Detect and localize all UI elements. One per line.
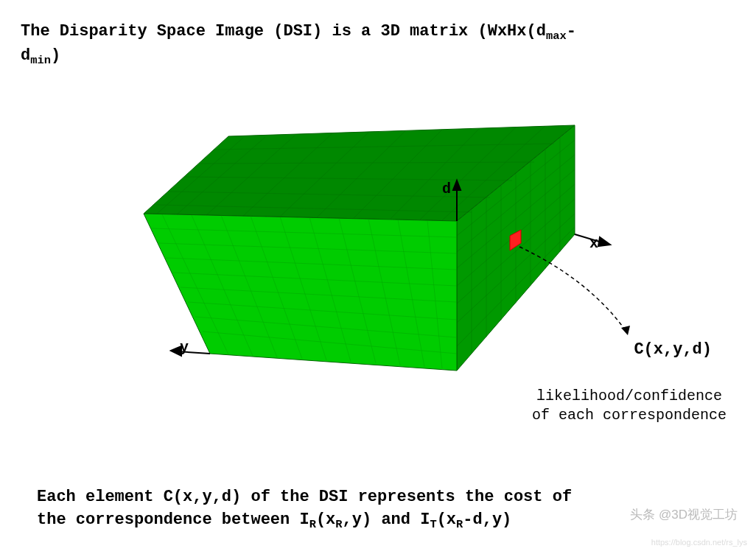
axis-label-y: y xyxy=(180,339,189,356)
watermark-bottom: https://blog.csdn.net/rs_lys xyxy=(651,538,747,547)
callout-arrowhead xyxy=(621,326,630,335)
watermark-top: 头条 @3D视觉工坊 xyxy=(630,506,738,523)
title-text: The Disparity Space Image (DSI) is a 3D … xyxy=(21,21,735,69)
cost-function-label: C(x,y,d) xyxy=(634,340,712,359)
axis-y xyxy=(171,346,210,356)
axis-label-d: d xyxy=(442,180,451,197)
likelihood-text: likelihood/confidence of each correspond… xyxy=(532,387,727,425)
svg-marker-50 xyxy=(598,237,610,246)
axis-label-x: x xyxy=(589,235,598,252)
dsi-3d-diagram xyxy=(0,103,756,435)
cube-front-face xyxy=(144,214,457,371)
